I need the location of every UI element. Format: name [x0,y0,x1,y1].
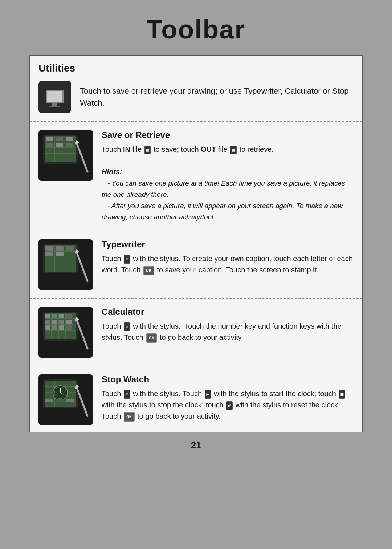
main-card: Utilities Touch to save or retrieve your… [29,55,363,432]
svg-rect-53 [52,325,57,330]
save-retrieve-body: Touch IN file ▦ to save; touch OUT file … [102,144,354,223]
svg-rect-31 [56,252,64,256]
typewriter-row: Typewriter Touch ⌨ with the stylus. To c… [30,233,362,297]
stopwatch-image [38,374,93,425]
stopwatch-row: Stop Watch Touch ⌨ with the stylus. Touc… [30,368,362,432]
svg-rect-50 [59,320,64,324]
svg-rect-72 [66,399,74,402]
svg-rect-70 [45,399,53,402]
svg-rect-13 [56,137,63,141]
utilities-section-header: Utilities [30,56,362,77]
svg-rect-14 [66,137,73,141]
divider-1 [30,121,362,122]
svg-rect-1 [47,91,62,102]
svg-rect-29 [45,252,53,256]
svg-rect-30 [56,246,64,251]
calculator-body: Touch ⌨ with the stylus. Touch the numbe… [102,321,354,343]
svg-rect-2 [52,103,57,106]
typewriter-body: Touch ⌨ with the stylus. To create your … [102,253,354,276]
divider-4 [30,366,362,366]
svg-rect-28 [45,246,53,251]
svg-rect-54 [59,325,64,330]
stopwatch-content: Stop Watch Touch ⌨ with the stylus. Touc… [102,374,354,422]
svg-rect-51 [66,320,72,324]
page-title: Toolbar [147,15,246,44]
svg-rect-32 [66,246,74,251]
svg-rect-55 [66,325,72,330]
divider-2 [30,231,362,231]
svg-rect-3 [49,106,60,107]
stopwatch-body: Touch ⌨ with the stylus. Touch ▶ with th… [102,388,354,422]
calculator-title: Calculator [102,307,354,317]
svg-rect-48 [45,320,50,324]
page-number: 21 [191,440,201,451]
svg-rect-49 [52,320,57,324]
svg-rect-44 [45,314,50,318]
svg-rect-17 [66,143,73,147]
typewriter-image [38,239,93,290]
calculator-row: Calculator Touch ⌨ with the stylus. Touc… [30,300,362,364]
divider-3 [30,298,362,299]
save-retrieve-content: Save or Retrieve Touch IN file ▦ to save… [102,130,354,223]
svg-rect-12 [46,137,53,141]
utilities-icon [38,81,71,113]
calculator-image [38,307,93,358]
svg-rect-45 [52,314,57,318]
save-retrieve-row: Save or Retrieve Touch IN file ▦ to save… [30,123,362,229]
svg-rect-15 [46,143,53,147]
stopwatch-title: Stop Watch [102,374,354,385]
typewriter-content: Typewriter Touch ⌨ with the stylus. To c… [102,239,354,276]
svg-rect-71 [56,399,64,402]
typewriter-title: Typewriter [102,239,354,249]
utilities-title: Utilities [38,62,75,74]
utilities-intro-row: Touch to save or retrieve your drawing; … [30,77,362,120]
utilities-intro-text: Touch to save or retrieve your drawing; … [80,85,354,109]
svg-rect-47 [66,314,72,318]
save-retrieve-image [38,130,93,181]
svg-rect-16 [56,143,63,147]
calculator-content: Calculator Touch ⌨ with the stylus. Touc… [102,307,354,343]
svg-rect-46 [59,314,64,318]
svg-rect-52 [45,325,50,330]
save-retrieve-title: Save or Retrieve [102,130,354,140]
